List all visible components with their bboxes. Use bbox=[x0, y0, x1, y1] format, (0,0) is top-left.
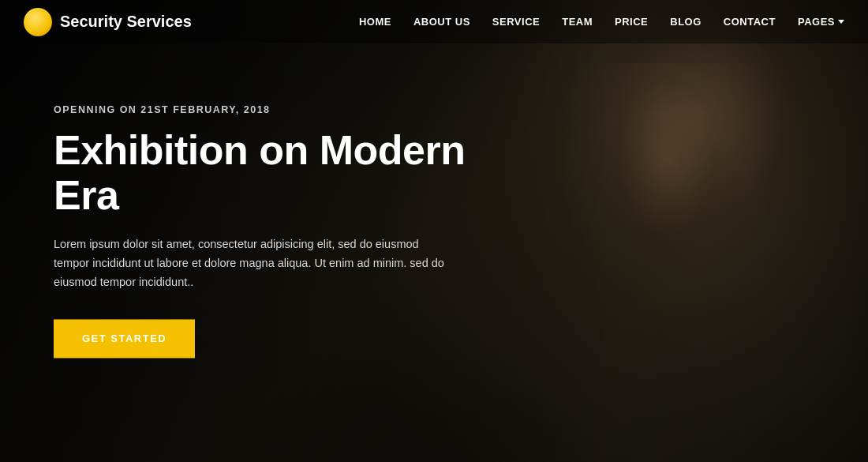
hero-content: OPENNING ON 21ST FEBRUARY, 2018 Exhibiti… bbox=[54, 104, 496, 358]
brand-name: Security Services bbox=[60, 13, 192, 31]
nav-links: HOME ABOUT US SERVICE TEAM PRICE BLOG CO… bbox=[359, 16, 844, 28]
cta-button[interactable]: GET STARTED bbox=[54, 319, 195, 358]
nav-link-service[interactable]: SERVICE bbox=[492, 16, 540, 28]
nav-link-team[interactable]: TEAM bbox=[562, 16, 593, 28]
logo-icon bbox=[24, 8, 52, 36]
hero-description: Lorem ipsum dolor sit amet, consectetur … bbox=[54, 235, 448, 292]
pages-label: PAGES bbox=[798, 16, 835, 28]
brand-logo[interactable]: Security Services bbox=[24, 8, 192, 36]
chevron-down-icon bbox=[838, 20, 844, 24]
nav-link-contact[interactable]: CONTACT bbox=[724, 16, 776, 28]
hero-section: Security Services HOME ABOUT US SERVICE … bbox=[0, 0, 868, 462]
nav-link-home[interactable]: HOME bbox=[359, 16, 391, 28]
nav-link-blog[interactable]: BLOG bbox=[670, 16, 702, 28]
hero-subtitle: OPENNING ON 21ST FEBRUARY, 2018 bbox=[54, 104, 496, 115]
hero-headline: Exhibition on Modern Era bbox=[54, 128, 496, 218]
navbar: Security Services HOME ABOUT US SERVICE … bbox=[0, 0, 868, 43]
nav-link-price[interactable]: PRICE bbox=[615, 16, 648, 28]
nav-link-about[interactable]: ABOUT US bbox=[413, 16, 470, 28]
nav-link-pages[interactable]: PAGES bbox=[798, 16, 844, 28]
